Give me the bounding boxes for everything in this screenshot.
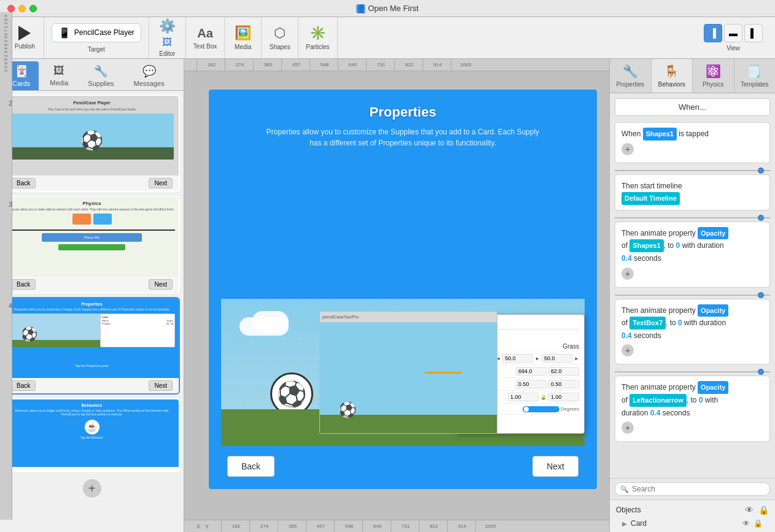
- card-number-2: 2: [9, 99, 12, 107]
- x-ruler-mark: 274: [249, 520, 278, 532]
- behavior-block-5: Then animate property Opacity of Leftact…: [615, 376, 770, 442]
- card-back-2[interactable]: Back: [11, 178, 36, 188]
- physics-icon: ⚛️: [706, 64, 721, 79]
- behavior-block-4: Then animate property Opacity of TextBox…: [615, 299, 770, 365]
- timeline-connector-2: [615, 215, 770, 220]
- behavior-animate-text-1: Then animate property Opacity of Shapes1…: [621, 227, 763, 265]
- media-label: Media: [235, 44, 251, 50]
- card-item-4[interactable]: 4 Properties Properties allow you to cus…: [4, 297, 180, 395]
- cards-icon: 🃏: [15, 64, 28, 78]
- size-w-value[interactable]: 694.0: [516, 367, 547, 376]
- behavior-block-2: Then start timeline Default Timeline: [615, 174, 770, 210]
- timeline-connector-4: [615, 369, 770, 374]
- add-behavior-3[interactable]: +: [621, 344, 634, 357]
- view-center-btn[interactable]: ▬: [724, 24, 742, 42]
- x-ruler-mark: 365: [278, 520, 306, 532]
- target-button[interactable]: 📱 PencilCase Player: [52, 23, 141, 42]
- close-button[interactable]: [7, 5, 15, 12]
- tab-messages[interactable]: 💬 Messages: [125, 61, 173, 90]
- tab-physics[interactable]: ⚛️ Physics: [693, 59, 734, 93]
- default-timeline-tag: Default Timeline: [621, 192, 680, 205]
- left-panel: 🃏 Cards 🖼 Media 🔧 Supplies 💬 Messages 2: [0, 59, 184, 532]
- tab-supplies[interactable]: 🔧 Supplies: [79, 61, 122, 90]
- media-tab-label: Media: [50, 79, 68, 87]
- minimize-button[interactable]: [18, 5, 26, 12]
- view-right-btn[interactable]: ▌: [744, 24, 763, 42]
- textbox7-tag: TextBox7: [629, 317, 666, 330]
- shapes1-tag-2: Shapes1: [629, 239, 663, 252]
- anchor-y-value[interactable]: 0.50: [548, 380, 579, 388]
- editor-group[interactable]: ⚙️ 🖼 Editor: [149, 17, 186, 58]
- scale-x-value[interactable]: 1.00: [508, 393, 539, 401]
- textbox-label: Text Box: [193, 43, 217, 50]
- card-next-3[interactable]: Next: [149, 279, 173, 290]
- ruler-mark: 1005: [451, 59, 479, 71]
- pos-y-value[interactable]: 50.0: [542, 354, 572, 363]
- anchor-x-value[interactable]: 0.50: [516, 380, 547, 388]
- ruler-mark: 731: [366, 59, 394, 71]
- behavior-block-3: Then animate property Opacity of Shapes1…: [615, 222, 770, 288]
- ruler-mark: 182: [197, 59, 225, 71]
- x-ruler-mark: 182: [221, 520, 249, 532]
- tab-properties[interactable]: 🔧 Properties: [610, 59, 652, 93]
- rotation-label: Degrees: [561, 406, 579, 412]
- textbox-icon: Aa: [197, 26, 213, 40]
- scale-y-value[interactable]: 1.00: [548, 393, 579, 401]
- title-bar: 👤 Open Me First: [0, 0, 775, 17]
- next-button[interactable]: Next: [532, 456, 578, 477]
- card-back-4[interactable]: Back: [11, 380, 36, 391]
- opacity-tag-3: Opacity: [698, 381, 728, 394]
- particles-label: Particles: [306, 44, 329, 50]
- canvas-with-ruler: 9 8 2 1 7 4 3 2 8 4 3 2 9 8 2 0: [184, 71, 609, 520]
- objects-card-item[interactable]: ▶ Card 👁 🔒: [610, 517, 775, 530]
- templates-icon: 🗒️: [747, 64, 762, 79]
- search-input[interactable]: [632, 485, 765, 493]
- target-label: Target: [88, 46, 105, 53]
- timeline-connector-1: [615, 168, 770, 173]
- add-behavior-2[interactable]: +: [621, 268, 634, 280]
- back-button[interactable]: Back: [227, 456, 275, 477]
- canvas-area[interactable]: Properties Properties allow you to custo…: [197, 71, 609, 520]
- tab-media[interactable]: 🖼 Media: [41, 61, 77, 90]
- particles-icon: ✳️: [310, 25, 326, 41]
- card-next-2[interactable]: Next: [149, 178, 173, 188]
- add-card-button[interactable]: +: [83, 479, 101, 498]
- view-left-btn[interactable]: ▐: [704, 24, 722, 42]
- item-eye-icon[interactable]: 👁: [742, 519, 750, 528]
- add-behavior-1[interactable]: +: [621, 143, 634, 155]
- behaviors-tab-label: Behaviors: [658, 81, 685, 88]
- maximize-button[interactable]: [29, 5, 37, 12]
- shapes1-tag: Shapes1: [643, 128, 677, 141]
- add-behavior-4[interactable]: +: [621, 422, 634, 434]
- shapes-group[interactable]: ⬡ Shapes: [262, 17, 298, 58]
- ruler-mark: 822: [394, 59, 423, 71]
- card-back-3[interactable]: Back: [11, 279, 36, 290]
- x-ruler-mark: 731: [391, 520, 419, 532]
- eye-icon[interactable]: 👁: [745, 505, 754, 515]
- pos-x-value[interactable]: 50.0: [502, 354, 533, 363]
- behaviors-content: When... When Shapes1 is tapped + Then st…: [610, 93, 775, 478]
- tab-templates[interactable]: 🗒️ Templates: [734, 59, 776, 93]
- objects-panel: Objects 👁 🔒 ▶ Card 👁 🔒: [610, 499, 775, 532]
- tab-behaviors[interactable]: 🪑 Behaviors: [652, 59, 693, 93]
- slide-content: Properties Properties allow you to custo…: [209, 90, 597, 489]
- view-group: ▐ ▬ ▌ View: [698, 17, 769, 58]
- publish-icon: [18, 26, 31, 40]
- particles-group[interactable]: ✳️ Particles: [298, 17, 337, 58]
- card-next-4[interactable]: Next: [149, 380, 173, 391]
- media-group[interactable]: 🖼️ Media: [225, 17, 262, 58]
- card-nav-4: Back Next: [5, 378, 179, 393]
- ruler-mark: 548: [310, 59, 338, 71]
- card-item-3[interactable]: 3 Physics Physics allow you to make obje…: [4, 196, 180, 293]
- behaviors-icon: 🪑: [664, 64, 679, 79]
- card-item-5[interactable]: Behaviors Behaviors allow you to trigger…: [4, 398, 180, 472]
- media-tab-icon: 🖼: [53, 64, 64, 77]
- item-lock-icon[interactable]: 🔒: [754, 519, 763, 528]
- size-h-value[interactable]: 62.0: [548, 367, 579, 376]
- lock-icon[interactable]: 🔒: [758, 505, 769, 515]
- when-button[interactable]: When...: [615, 98, 770, 116]
- cards-list: 2 PencilCase Player This Card is for eac…: [0, 91, 184, 532]
- ruler-mark: 914: [423, 59, 451, 71]
- card-item-2[interactable]: 2 PencilCase Player This Card is for eac…: [4, 94, 180, 192]
- textbox-group[interactable]: Aa Text Box: [186, 17, 225, 58]
